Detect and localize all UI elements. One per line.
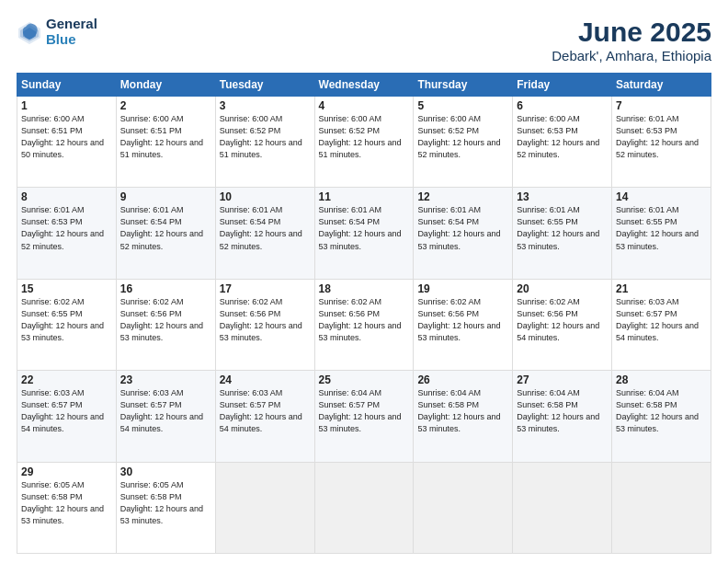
day-cell: 3Sunrise: 6:00 AMSunset: 6:52 PMDaylight… <box>215 97 314 188</box>
day-info: Sunrise: 6:03 AMSunset: 6:57 PMDaylight:… <box>120 387 211 435</box>
weekday-thursday: Thursday <box>414 74 513 97</box>
day-cell: 12Sunrise: 6:01 AMSunset: 6:54 PMDayligh… <box>414 188 513 279</box>
weekday-wednesday: Wednesday <box>314 74 414 97</box>
day-cell <box>414 462 513 553</box>
day-number: 7 <box>616 99 707 112</box>
day-cell: 4Sunrise: 6:00 AMSunset: 6:52 PMDaylight… <box>314 97 414 188</box>
day-number: 23 <box>120 373 211 386</box>
day-cell: 9Sunrise: 6:01 AMSunset: 6:54 PMDaylight… <box>116 188 215 279</box>
day-number: 13 <box>517 190 608 203</box>
day-info: Sunrise: 6:00 AMSunset: 6:53 PMDaylight:… <box>517 113 608 161</box>
day-info: Sunrise: 6:01 AMSunset: 6:54 PMDaylight:… <box>319 204 410 252</box>
day-cell: 6Sunrise: 6:00 AMSunset: 6:53 PMDaylight… <box>513 97 612 188</box>
day-info: Sunrise: 6:04 AMSunset: 6:58 PMDaylight:… <box>517 387 608 435</box>
logo-line1: General <box>46 17 97 32</box>
logo-icon <box>17 19 42 45</box>
day-number: 6 <box>517 99 608 112</box>
day-number: 18 <box>319 282 410 295</box>
day-cell: 17Sunrise: 6:02 AMSunset: 6:56 PMDayligh… <box>215 279 314 370</box>
logo: General Blue <box>17 17 97 47</box>
day-cell: 2Sunrise: 6:00 AMSunset: 6:51 PMDaylight… <box>116 97 215 188</box>
day-number: 2 <box>120 99 211 112</box>
day-cell: 7Sunrise: 6:01 AMSunset: 6:53 PMDaylight… <box>612 97 711 188</box>
day-info: Sunrise: 6:05 AMSunset: 6:58 PMDaylight:… <box>120 479 211 527</box>
day-cell <box>314 462 414 553</box>
day-info: Sunrise: 6:03 AMSunset: 6:57 PMDaylight:… <box>220 387 311 435</box>
day-info: Sunrise: 6:05 AMSunset: 6:58 PMDaylight:… <box>21 479 112 527</box>
day-info: Sunrise: 6:03 AMSunset: 6:57 PMDaylight:… <box>21 387 112 435</box>
day-info: Sunrise: 6:02 AMSunset: 6:56 PMDaylight:… <box>517 296 608 344</box>
day-info: Sunrise: 6:01 AMSunset: 6:54 PMDaylight:… <box>120 204 211 252</box>
day-cell: 24Sunrise: 6:03 AMSunset: 6:57 PMDayligh… <box>215 371 314 462</box>
main-title: June 2025 <box>552 17 711 48</box>
weekday-monday: Monday <box>116 74 215 97</box>
day-cell: 25Sunrise: 6:04 AMSunset: 6:57 PMDayligh… <box>314 371 414 462</box>
day-number: 5 <box>417 99 508 112</box>
day-number: 26 <box>417 373 508 386</box>
day-cell: 22Sunrise: 6:03 AMSunset: 6:57 PMDayligh… <box>17 371 117 462</box>
day-info: Sunrise: 6:02 AMSunset: 6:56 PMDaylight:… <box>417 296 508 344</box>
day-cell: 11Sunrise: 6:01 AMSunset: 6:54 PMDayligh… <box>314 188 414 279</box>
subtitle: Debark', Amhara, Ethiopia <box>552 48 711 63</box>
day-info: Sunrise: 6:02 AMSunset: 6:56 PMDaylight:… <box>220 296 311 344</box>
day-info: Sunrise: 6:00 AMSunset: 6:52 PMDaylight:… <box>417 113 508 161</box>
week-row-1: 1Sunrise: 6:00 AMSunset: 6:51 PMDaylight… <box>17 97 711 188</box>
day-info: Sunrise: 6:01 AMSunset: 6:53 PMDaylight:… <box>21 204 112 252</box>
day-info: Sunrise: 6:01 AMSunset: 6:54 PMDaylight:… <box>220 204 311 252</box>
day-number: 10 <box>220 190 311 203</box>
day-number: 16 <box>120 282 211 295</box>
day-number: 8 <box>21 190 112 203</box>
weekday-tuesday: Tuesday <box>215 74 314 97</box>
day-cell: 20Sunrise: 6:02 AMSunset: 6:56 PMDayligh… <box>513 279 612 370</box>
day-cell: 21Sunrise: 6:03 AMSunset: 6:57 PMDayligh… <box>612 279 711 370</box>
day-cell <box>513 462 612 553</box>
day-cell: 28Sunrise: 6:04 AMSunset: 6:58 PMDayligh… <box>612 371 711 462</box>
day-cell: 16Sunrise: 6:02 AMSunset: 6:56 PMDayligh… <box>116 279 215 370</box>
day-cell: 10Sunrise: 6:01 AMSunset: 6:54 PMDayligh… <box>215 188 314 279</box>
day-number: 22 <box>21 373 112 386</box>
day-number: 27 <box>517 373 608 386</box>
day-info: Sunrise: 6:03 AMSunset: 6:57 PMDaylight:… <box>616 296 707 344</box>
day-info: Sunrise: 6:02 AMSunset: 6:56 PMDaylight:… <box>120 296 211 344</box>
day-info: Sunrise: 6:01 AMSunset: 6:54 PMDaylight:… <box>417 204 508 252</box>
day-number: 14 <box>616 190 707 203</box>
weekday-header-row: SundayMondayTuesdayWednesdayThursdayFrid… <box>17 74 711 97</box>
calendar-body: 1Sunrise: 6:00 AMSunset: 6:51 PMDaylight… <box>17 97 711 554</box>
day-info: Sunrise: 6:01 AMSunset: 6:53 PMDaylight:… <box>616 113 707 161</box>
logo-line2: Blue <box>46 31 76 47</box>
day-cell: 13Sunrise: 6:01 AMSunset: 6:55 PMDayligh… <box>513 188 612 279</box>
day-info: Sunrise: 6:04 AMSunset: 6:58 PMDaylight:… <box>417 387 508 435</box>
day-cell: 5Sunrise: 6:00 AMSunset: 6:52 PMDaylight… <box>414 97 513 188</box>
day-info: Sunrise: 6:04 AMSunset: 6:58 PMDaylight:… <box>616 387 707 435</box>
day-number: 29 <box>21 465 112 478</box>
day-info: Sunrise: 6:00 AMSunset: 6:51 PMDaylight:… <box>120 113 211 161</box>
week-row-2: 8Sunrise: 6:01 AMSunset: 6:53 PMDaylight… <box>17 188 711 279</box>
day-cell: 18Sunrise: 6:02 AMSunset: 6:56 PMDayligh… <box>314 279 414 370</box>
weekday-friday: Friday <box>513 74 612 97</box>
day-cell: 27Sunrise: 6:04 AMSunset: 6:58 PMDayligh… <box>513 371 612 462</box>
day-number: 15 <box>21 282 112 295</box>
logo-text: General Blue <box>46 17 97 47</box>
day-cell: 26Sunrise: 6:04 AMSunset: 6:58 PMDayligh… <box>414 371 513 462</box>
page: General Blue June 2025 Debark', Amhara, … <box>0 0 728 563</box>
day-number: 17 <box>220 282 311 295</box>
day-number: 28 <box>616 373 707 386</box>
calendar: SundayMondayTuesdayWednesdayThursdayFrid… <box>17 73 711 554</box>
day-cell: 1Sunrise: 6:00 AMSunset: 6:51 PMDaylight… <box>17 97 117 188</box>
week-row-5: 29Sunrise: 6:05 AMSunset: 6:58 PMDayligh… <box>17 462 711 553</box>
day-number: 1 <box>21 99 112 112</box>
day-info: Sunrise: 6:00 AMSunset: 6:51 PMDaylight:… <box>21 113 112 161</box>
day-number: 19 <box>417 282 508 295</box>
day-cell <box>215 462 314 553</box>
weekday-saturday: Saturday <box>612 74 711 97</box>
day-cell: 19Sunrise: 6:02 AMSunset: 6:56 PMDayligh… <box>414 279 513 370</box>
weekday-sunday: Sunday <box>17 74 117 97</box>
title-block: June 2025 Debark', Amhara, Ethiopia <box>552 17 711 63</box>
day-number: 25 <box>319 373 410 386</box>
week-row-4: 22Sunrise: 6:03 AMSunset: 6:57 PMDayligh… <box>17 371 711 462</box>
day-info: Sunrise: 6:02 AMSunset: 6:55 PMDaylight:… <box>21 296 112 344</box>
day-cell: 8Sunrise: 6:01 AMSunset: 6:53 PMDaylight… <box>17 188 117 279</box>
day-cell: 15Sunrise: 6:02 AMSunset: 6:55 PMDayligh… <box>17 279 117 370</box>
day-number: 30 <box>120 465 211 478</box>
day-number: 12 <box>417 190 508 203</box>
